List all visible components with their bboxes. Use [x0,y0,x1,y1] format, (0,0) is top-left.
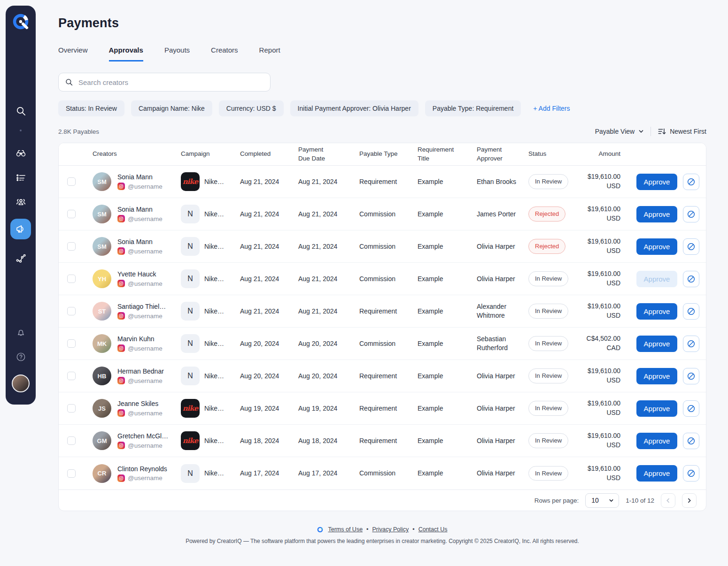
col-campaign: Campaign [175,150,234,158]
help-icon[interactable] [15,351,26,362]
payment-approver: James Porter [471,210,522,219]
network-icon[interactable] [15,252,26,264]
reject-button[interactable] [683,238,699,255]
creator-username: @username [128,248,163,255]
campaign-logo: N [181,367,200,385]
reject-button[interactable] [683,271,699,287]
contact-us-link[interactable]: Contact Us [418,526,448,533]
approve-button[interactable]: Approve [636,400,677,417]
filter-chip-approver[interactable]: Initial Payment Approver: Olivia Harper [290,100,418,116]
reject-button[interactable] [683,400,699,417]
row-checkbox[interactable] [67,404,76,413]
row-checkbox[interactable] [67,307,76,315]
reject-button[interactable] [683,336,699,352]
reject-button[interactable] [683,174,699,190]
filter-chip-status[interactable]: Status: In Review [58,100,124,116]
megaphone-icon[interactable] [10,219,31,239]
amount-cell: C$4,502.00 CAD [576,334,622,352]
approve-button[interactable]: Approve [636,465,677,482]
filter-chip-campaign[interactable]: Campaign Name: Nike [131,100,212,116]
approve-button[interactable]: Approve [636,206,677,222]
creator-cell[interactable]: YH Yvette Hauck @username [85,269,175,288]
search-input[interactable] [58,73,271,92]
reject-button[interactable] [683,368,699,384]
list-icon[interactable] [15,172,26,183]
bell-icon[interactable] [15,327,26,338]
creator-cell[interactable]: SM Sonia Mann @username [85,237,175,256]
creator-name: Yvette Hauck [117,270,163,278]
filter-chip-currency[interactable]: Currency: USD $ [219,100,284,116]
amount-value: C$4,502.00 [587,335,620,342]
status-badge: Rejected [528,239,565,254]
creator-cell[interactable]: SM Sonia Mann @username [85,172,175,191]
creator-cell[interactable]: ST Santiago Thiel… @username [85,302,175,321]
status-badge: In Review [528,174,568,189]
row-checkbox[interactable] [67,469,76,478]
campaign-name: Nike… [204,372,224,381]
instagram-icon [117,312,125,320]
creator-cell[interactable]: HB Herman Bednar @username [85,367,175,385]
campaign-name: Nike… [204,339,224,348]
approve-button[interactable]: Approve [636,303,677,320]
creator-cell[interactable]: JS Jeanne Skiles @username [85,399,175,418]
reject-button[interactable] [683,303,699,320]
row-checkbox[interactable] [67,177,76,186]
approve-button[interactable]: Approve [636,238,677,255]
approve-button[interactable]: Approve [636,174,677,190]
payable-view-dropdown[interactable]: Payable View [595,128,644,135]
people-icon[interactable] [15,196,26,207]
campaign-logo: N [181,464,200,483]
creator-cell[interactable]: CR Clinton Reynolds @username [85,464,175,483]
campaign-cell: N Nike… [175,302,234,321]
tab-payouts[interactable]: Payouts [164,46,190,61]
table-toolbar: 2.8K Payables Payable View Newest First [58,127,706,136]
reject-button[interactable] [683,206,699,222]
reject-button[interactable] [683,433,699,449]
rows-per-page-select[interactable]: 10 [585,493,619,508]
terms-of-use-link[interactable]: Terms of Use [328,526,363,533]
amount-currency: USD [582,311,620,321]
approve-button[interactable]: Approve [636,433,677,449]
creatoriq-footer-logo-icon [317,527,323,533]
campaign-logo: N [181,205,200,223]
table-row: YH Yvette Hauck @username N Nike… Aug 21… [59,263,706,295]
tab-overview[interactable]: Overview [58,46,88,61]
requirement-title: Example [412,210,471,219]
approve-button[interactable]: Approve [636,336,677,352]
creator-cell[interactable]: GM Gretchen McGl… @username [85,431,175,450]
tab-approvals[interactable]: Approvals [109,46,143,61]
binoculars-icon[interactable] [15,147,26,159]
creator-username: @username [128,345,163,352]
block-icon [687,210,696,219]
payable-type: Requirement [354,307,412,316]
tab-creators[interactable]: Creators [211,46,238,61]
sort-button[interactable]: Newest First [658,127,706,136]
creator-cell[interactable]: MK Marvin Kuhn @username [85,334,175,353]
creator-cell[interactable]: SM Sonia Mann @username [85,205,175,223]
avatar: SM [93,172,111,191]
next-page-button[interactable] [682,493,697,508]
tab-report[interactable]: Report [259,46,280,61]
approve-button: Approve [636,271,677,287]
filter-chip-payable-type[interactable]: Payable Type: Requirement [425,100,521,116]
creator-username: @username [128,410,163,417]
pagination-bar: Rows per page: 10 1-10 of 12 [59,490,706,511]
payment-due-date: Aug 19, 2024 [293,404,354,413]
row-checkbox[interactable] [67,210,76,218]
row-checkbox[interactable] [67,275,76,283]
row-checkbox[interactable] [67,242,76,251]
payable-type: Commission [354,469,412,478]
user-avatar[interactable] [12,375,30,392]
reject-button[interactable] [683,465,699,482]
row-checkbox[interactable] [67,436,76,445]
amount-cell: $19,610.00 USD [576,172,622,191]
add-filters-button[interactable]: + Add Filters [533,105,570,112]
payable-type: Commission [354,339,412,348]
row-checkbox[interactable] [67,372,76,380]
instagram-icon [117,280,125,287]
search-icon[interactable] [15,105,26,116]
approve-button[interactable]: Approve [636,368,677,384]
table-row: HB Herman Bednar @username N Nike… Aug 2… [59,360,706,392]
row-checkbox[interactable] [67,339,76,348]
privacy-policy-link[interactable]: Privacy Policy [372,526,409,533]
